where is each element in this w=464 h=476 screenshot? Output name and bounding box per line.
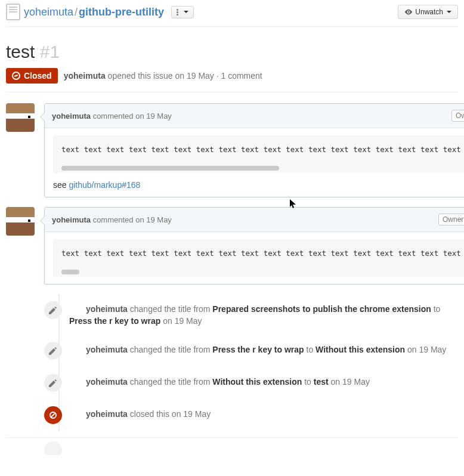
closed-icon: [12, 72, 20, 80]
path-separator: /: [73, 6, 79, 18]
comment-author[interactable]: yoheimuta: [52, 215, 91, 224]
rename-event: yoheimuta changed the title from Without…: [44, 367, 458, 399]
caret-down-icon: [447, 11, 451, 13]
horizontal-scrollbar[interactable]: [61, 166, 279, 171]
event-author[interactable]: yoheimuta: [86, 345, 128, 354]
comment-header: yoheimuta commented on 19 May Owner +1: [45, 208, 464, 232]
issue-title-row: test #1: [6, 27, 458, 62]
issue-meta: Closed yoheimuta opened this issue on 19…: [6, 62, 458, 92]
comment-date: on 19 May: [135, 112, 172, 120]
owner-link[interactable]: yoheimuta: [24, 6, 73, 18]
eye-icon: [404, 8, 413, 16]
issue-reference-link[interactable]: github/markup#168: [69, 180, 140, 190]
avatar[interactable]: [6, 207, 35, 236]
discussion: yoheimuta commented on 19 May Owner +1 t…: [6, 92, 458, 455]
issue-state-badge: Closed: [6, 68, 58, 84]
comment-body: text text text text text text text text …: [45, 232, 464, 284]
event-author[interactable]: yoheimuta: [86, 409, 128, 419]
avatar[interactable]: [6, 103, 35, 132]
event-author[interactable]: yoheimuta: [86, 304, 128, 314]
comment: yoheimuta commented on 19 May Owner +1 t…: [44, 103, 464, 197]
unwatch-button[interactable]: Unwatch: [398, 5, 458, 19]
avatar-small[interactable]: [69, 304, 81, 316]
comment-date: on 19 May: [135, 215, 172, 224]
repo-link[interactable]: github-pre-utility: [79, 6, 164, 18]
comment-wrapper: yoheimuta commented on 19 May Owner +1 t…: [6, 207, 458, 285]
comment-body: text text text text text text text text …: [45, 128, 464, 197]
rename-event: yoheimuta changed the title from Press t…: [44, 335, 458, 367]
pencil-icon: [44, 374, 62, 392]
comment-wrapper: yoheimuta commented on 19 May Owner +1 t…: [6, 103, 458, 197]
faded-timeline-row: [6, 437, 458, 455]
issue-byline: yoheimuta opened this issue on 19 May · …: [64, 71, 262, 81]
comment-header: yoheimuta commented on 19 May Owner +1: [45, 104, 464, 128]
owner-label: Owner: [451, 110, 464, 122]
issue-number: #1: [40, 42, 60, 61]
issue-title: test #1: [6, 42, 458, 62]
avatar-small[interactable]: [69, 376, 81, 388]
pencil-icon: [44, 301, 62, 319]
fork-select-button[interactable]: [171, 6, 194, 18]
mouse-cursor: [290, 199, 297, 209]
caret-down-icon: [184, 11, 188, 13]
horizontal-scrollbar[interactable]: [61, 270, 79, 274]
issue-author[interactable]: yoheimuta: [64, 71, 106, 81]
code-block[interactable]: text text text text text text text text …: [53, 135, 464, 173]
comment: yoheimuta commented on 19 May Owner +1 t…: [44, 207, 464, 285]
repo-icon: [6, 4, 20, 20]
comment-body-text: see github/markup#168: [53, 180, 464, 190]
timeline-events: yoheimuta changed the title from Prepare…: [6, 294, 458, 431]
event-author[interactable]: yoheimuta: [86, 377, 128, 387]
rename-event: yoheimuta changed the title from Prepare…: [44, 294, 458, 335]
unwatch-label: Unwatch: [415, 8, 443, 16]
avatar-small[interactable]: [69, 409, 81, 421]
avatar-small[interactable]: [69, 344, 81, 356]
code-block[interactable]: text text text text text text text text …: [53, 239, 464, 277]
svg-line-1: [51, 413, 55, 418]
owner-label: Owner: [438, 214, 464, 225]
closed-icon: [44, 406, 62, 424]
pencil-icon: [44, 342, 62, 360]
comment-author[interactable]: yoheimuta: [52, 112, 91, 120]
closed-event: yoheimuta closed this on 19 May: [44, 399, 458, 431]
repo-header: yoheimuta / github-pre-utility Unwatch: [6, 0, 458, 27]
